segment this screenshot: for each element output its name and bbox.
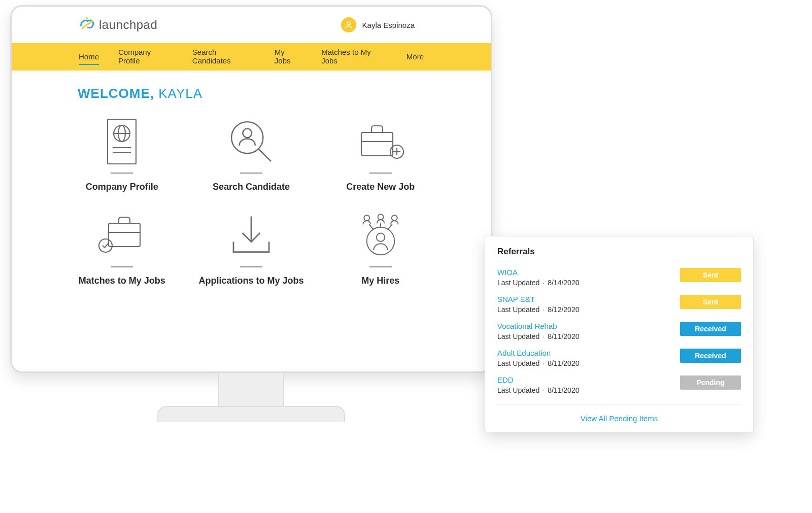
referral-link[interactable]: Adult Education <box>497 349 680 357</box>
divider <box>369 173 392 174</box>
download-tray-icon <box>226 208 277 263</box>
tile-create-new-job[interactable]: Create New Job <box>321 114 440 192</box>
tile-search-candidate[interactable]: Search Candidate <box>192 114 311 192</box>
divider <box>497 404 741 405</box>
tile-my-hires[interactable]: My Hires <box>321 208 440 286</box>
referral-link[interactable]: Vocational Rehab <box>497 322 680 330</box>
referral-link[interactable]: WIOA <box>497 268 680 277</box>
referral-row: Vocational RehabLast Updated·8/11/2020Re… <box>497 318 741 345</box>
view-all-pending-link[interactable]: View All Pending Items <box>497 410 741 424</box>
nav-item-more[interactable]: More <box>407 49 424 65</box>
tile-label: Search Candidate <box>213 182 290 192</box>
topbar: launchpad Kayla Espinoza <box>12 7 491 43</box>
svg-point-1 <box>347 22 350 25</box>
document-globe-icon <box>96 114 147 169</box>
welcome-username: KAYLA <box>158 86 202 101</box>
monitor-stand-base <box>157 406 345 422</box>
logo-text: launchpad <box>99 18 157 32</box>
nav-item-search-candidates[interactable]: Search Candidates <box>192 45 255 69</box>
app-window: launchpad Kayla Espinoza HomeCompany Pro… <box>12 7 491 371</box>
nav-item-matches-to-my-jobs[interactable]: Matches to My Jobs <box>321 45 387 69</box>
tile-label: Company Profile <box>86 182 158 192</box>
referral-link[interactable]: EDD <box>497 375 680 384</box>
status-badge[interactable]: Received <box>680 322 741 336</box>
welcome-label: WELCOME, <box>78 86 154 101</box>
dashboard-tiles: Company ProfileSearch CandidateCreate Ne… <box>12 109 491 296</box>
svg-point-0 <box>86 17 88 19</box>
divider <box>240 266 262 267</box>
referral-row: SNAP E&TLast Updated·8/12/2020Sent <box>497 291 741 318</box>
nav-item-company-profile[interactable]: Company Profile <box>118 45 173 69</box>
referral-link[interactable]: SNAP E&T <box>497 295 680 303</box>
referral-meta: Last Updated·8/12/2020 <box>497 305 680 314</box>
status-badge[interactable]: Pending <box>680 375 741 390</box>
status-badge[interactable]: Sent <box>680 295 741 309</box>
referral-meta: Last Updated·8/14/2020 <box>497 279 680 287</box>
status-badge[interactable]: Sent <box>680 268 741 282</box>
tile-label: Create New Job <box>346 182 415 192</box>
tile-label: My Hires <box>361 276 399 286</box>
main-nav: HomeCompany ProfileSearch CandidatesMy J… <box>12 43 491 71</box>
divider <box>240 173 262 174</box>
user-name: Kayla Espinoza <box>362 21 415 29</box>
search-person-icon <box>226 114 277 169</box>
status-badge[interactable]: Received <box>680 349 741 363</box>
monitor-frame: launchpad Kayla Espinoza HomeCompany Pro… <box>10 5 492 373</box>
referral-meta: Last Updated·8/11/2020 <box>497 332 680 340</box>
referral-row: Adult EducationLast Updated·8/11/2020Rec… <box>497 345 741 371</box>
nav-item-home[interactable]: Home <box>79 49 99 65</box>
divider <box>369 266 392 267</box>
tile-applications-to-my-jobs[interactable]: Applications to My Jobs <box>192 208 311 286</box>
logo-icon <box>78 16 96 34</box>
referrals-panel: Referrals WIOALast Updated·8/14/2020Sent… <box>485 236 754 432</box>
divider <box>111 173 133 174</box>
people-network-icon <box>355 208 406 263</box>
referral-row: WIOALast Updated·8/14/2020Sent <box>497 264 741 291</box>
monitor-stand-neck <box>218 373 284 409</box>
logo[interactable]: launchpad <box>78 16 157 34</box>
referrals-title: Referrals <box>497 247 741 257</box>
user-menu[interactable]: Kayla Espinoza <box>341 17 415 32</box>
tile-label: Matches to My Jobs <box>79 276 165 286</box>
tile-label: Applications to My Jobs <box>198 276 303 286</box>
briefcase-check-icon <box>96 208 147 263</box>
divider <box>111 266 133 267</box>
tile-company-profile[interactable]: Company Profile <box>62 114 182 192</box>
tile-matches-to-my-jobs[interactable]: Matches to My Jobs <box>62 208 182 286</box>
nav-item-my-jobs[interactable]: My Jobs <box>275 45 302 69</box>
referral-row: EDDLast Updated·8/11/2020Pending <box>497 371 741 398</box>
referral-meta: Last Updated·8/11/2020 <box>497 386 680 394</box>
welcome-heading: WELCOME, KAYLA <box>12 71 491 109</box>
referral-meta: Last Updated·8/11/2020 <box>497 359 680 367</box>
briefcase-plus-icon <box>355 114 406 169</box>
avatar-icon <box>341 17 356 32</box>
